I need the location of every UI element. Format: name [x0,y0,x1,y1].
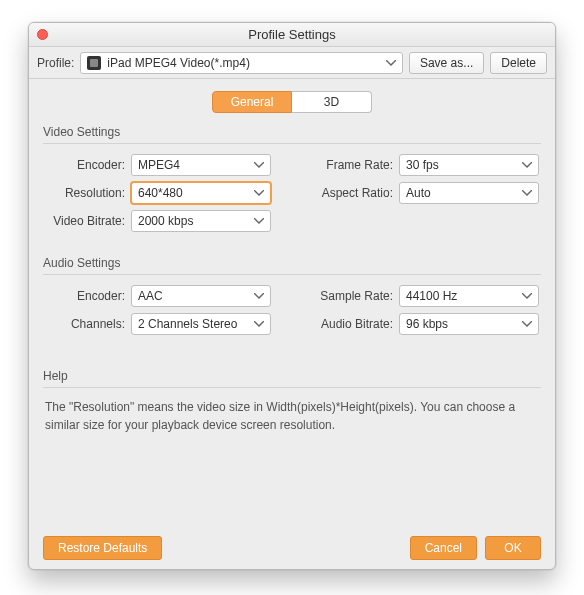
audio-grid: Encoder: AAC Sample Rate: 44100 Hz Chann… [43,285,541,335]
resolution-label: Resolution: [43,186,131,200]
frame-rate-combo[interactable]: 30 fps [399,154,539,176]
aspect-ratio-label: Aspect Ratio: [311,186,399,200]
chevron-down-icon [254,321,264,327]
window-title: Profile Settings [29,27,555,42]
help-text: The "Resolution" means the video size in… [43,398,541,434]
video-grid: Encoder: MPEG4 Frame Rate: 30 fps Resolu… [43,154,541,232]
close-icon[interactable] [37,29,48,40]
titlebar: Profile Settings [29,23,555,47]
delete-button[interactable]: Delete [490,52,547,74]
sample-rate-label: Sample Rate: [311,289,399,303]
audio-bitrate-combo[interactable]: 96 kbps [399,313,539,335]
aspect-ratio-combo[interactable]: Auto [399,182,539,204]
tab-bar: General 3D [43,91,541,113]
video-encoder-combo[interactable]: MPEG4 [131,154,271,176]
audio-section-title: Audio Settings [43,256,541,270]
video-encoder-label: Encoder: [43,158,131,172]
tab-general[interactable]: General [212,91,292,113]
audio-encoder-label: Encoder: [43,289,131,303]
tab-3d[interactable]: 3D [292,91,372,113]
chevron-down-icon [522,190,532,196]
chevron-down-icon [254,162,264,168]
cancel-button[interactable]: Cancel [410,536,477,560]
chevron-down-icon [522,293,532,299]
window-controls [37,29,48,40]
divider [43,143,541,144]
content-area: General 3D Video Settings Encoder: MPEG4… [29,79,555,434]
help-section-title: Help [43,369,541,383]
ok-button[interactable]: OK [485,536,541,560]
audio-bitrate-label: Audio Bitrate: [311,317,399,331]
audio-encoder-combo[interactable]: AAC [131,285,271,307]
help-section: Help The "Resolution" means the video si… [43,369,541,434]
frame-rate-label: Frame Rate: [311,158,399,172]
divider [43,274,541,275]
video-bitrate-label: Video Bitrate: [43,214,131,228]
profile-settings-window: Profile Settings Profile: iPad MPEG4 Vid… [28,22,556,570]
divider [43,387,541,388]
sample-rate-combo[interactable]: 44100 Hz [399,285,539,307]
profile-label: Profile: [37,56,74,70]
footer: Restore Defaults Cancel OK [29,527,555,569]
save-as-button[interactable]: Save as... [409,52,484,74]
profile-device-icon [87,56,101,70]
chevron-down-icon [522,321,532,327]
channels-combo[interactable]: 2 Channels Stereo [131,313,271,335]
restore-defaults-button[interactable]: Restore Defaults [43,536,162,560]
channels-label: Channels: [43,317,131,331]
video-section-title: Video Settings [43,125,541,139]
resolution-combo[interactable]: 640*480 [131,182,271,204]
profile-select[interactable]: iPad MPEG4 Video(*.mp4) [80,52,403,74]
chevron-down-icon [254,218,264,224]
profile-toolbar: Profile: iPad MPEG4 Video(*.mp4) Save as… [29,47,555,79]
chevron-down-icon [386,60,396,66]
profile-value: iPad MPEG4 Video(*.mp4) [107,56,250,70]
chevron-down-icon [522,162,532,168]
chevron-down-icon [254,190,264,196]
video-bitrate-combo[interactable]: 2000 kbps [131,210,271,232]
chevron-down-icon [254,293,264,299]
